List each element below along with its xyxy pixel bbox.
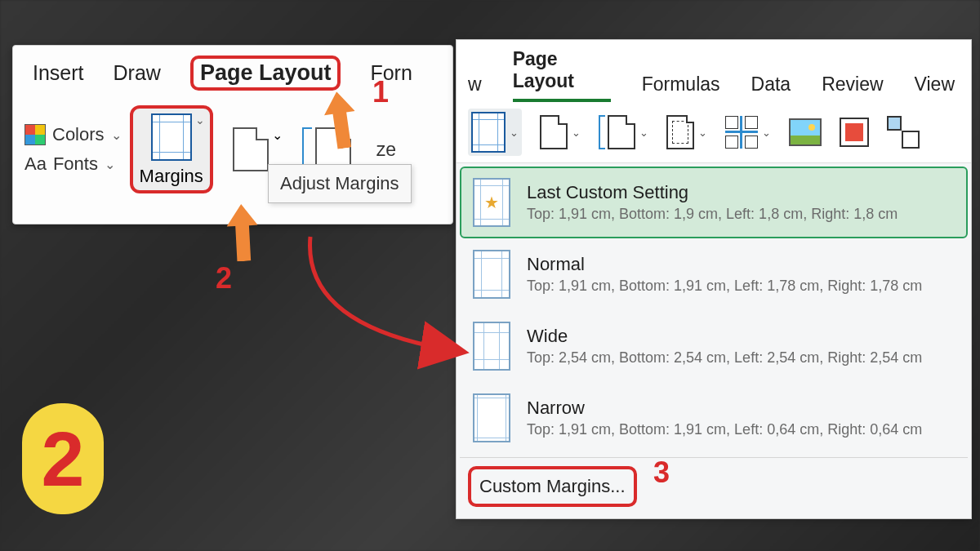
option-desc: Top: 2,54 cm, Bottom: 2,54 cm, Left: 2,5…	[527, 349, 922, 367]
chevron-down-icon: ⌄	[762, 127, 771, 139]
margins-dropdown-list: ★ Last Custom Setting Top: 1,91 cm, Bott…	[457, 163, 971, 518]
fonts-label: Fonts	[53, 153, 98, 175]
orientation-ribbon-button[interactable]: ⌄	[540, 115, 581, 149]
background-button[interactable]	[789, 118, 822, 146]
page-icon	[608, 115, 635, 149]
tab-page-layout-active[interactable]: Page Layout	[513, 48, 611, 102]
ribbon-tabs-right: w Page Layout Formulas Data Review View	[457, 40, 971, 102]
star-icon: ★	[484, 193, 499, 212]
tab-formulas[interactable]: Formulas	[642, 73, 720, 102]
annotation-number-1: 1	[372, 75, 389, 109]
option-desc: Top: 1,91 cm, Bottom: 1,9 cm, Left: 1,8 …	[527, 206, 898, 223]
margins-icon	[151, 113, 192, 161]
tab-insert[interactable]: Insert	[33, 61, 84, 85]
print-titles-button[interactable]	[840, 118, 869, 147]
chevron-down-icon: ⌄	[510, 127, 519, 139]
chevron-down-icon: ⌄	[272, 127, 283, 143]
tab-draw[interactable]: Draw	[114, 61, 161, 85]
margin-option-normal[interactable]: Normal Top: 1,91 cm, Bottom: 1,91 cm, Le…	[460, 238, 968, 310]
chevron-down-icon: ⌄	[105, 157, 115, 172]
fonts-button[interactable]: Aa Fonts ⌄	[24, 153, 122, 175]
chevron-down-icon: ⌄	[698, 127, 707, 139]
step-badge: 2	[22, 403, 104, 514]
margins-label: Margins	[140, 166, 203, 187]
orientation-icon[interactable]	[233, 127, 269, 171]
size-bracket-icon	[599, 115, 605, 149]
breaks-button[interactable]: ⌄	[725, 116, 771, 149]
chevron-down-icon: ⌄	[195, 113, 205, 127]
margins-dropdown-panel: w Page Layout Formulas Data Review View …	[456, 39, 972, 519]
selection-icon	[887, 116, 920, 149]
print-area-button[interactable]: ⌄	[666, 115, 707, 149]
selection-pane-button[interactable]	[887, 116, 920, 149]
annotation-number-3: 3	[653, 455, 670, 490]
breaks-icon	[725, 116, 758, 149]
adjust-margins-tooltip: Adjust Margins	[268, 164, 412, 203]
colors-label: Colors	[52, 124, 105, 145]
ribbon-left-snippet: Insert Draw Page Layout Forn Colors ⌄ Aa…	[12, 45, 453, 224]
option-desc: Top: 1,91 cm, Bottom: 1,91 cm, Left: 0,6…	[527, 421, 922, 438]
tab-page-layout[interactable]: Page Layout	[190, 56, 341, 91]
orientation-icon	[540, 115, 568, 149]
margins-ribbon-button[interactable]: ⌄	[468, 109, 522, 156]
fonts-icon: Aa	[24, 153, 47, 175]
size-ribbon-button[interactable]: ⌄	[599, 115, 648, 149]
colors-button[interactable]: Colors ⌄	[24, 124, 122, 145]
option-desc: Top: 1,91 cm, Bottom: 1,91 cm, Left: 1,7…	[527, 278, 922, 295]
margin-thumb-icon: ★	[473, 178, 510, 227]
margin-thumb-icon	[473, 393, 510, 442]
tab-review[interactable]: Review	[822, 73, 883, 102]
picture-icon	[789, 118, 822, 146]
margin-thumb-icon	[473, 250, 510, 299]
separator	[460, 457, 968, 458]
option-title: Narrow	[527, 398, 922, 419]
margin-thumb-icon	[473, 322, 510, 371]
custom-margins-button[interactable]: Custom Margins...	[468, 466, 637, 507]
size-label-partial: ze	[376, 139, 396, 161]
margins-icon	[471, 112, 506, 153]
option-title: Normal	[527, 254, 922, 275]
chevron-down-icon: ⌄	[572, 127, 581, 139]
print-titles-icon	[840, 118, 869, 147]
option-title: Last Custom Setting	[527, 182, 898, 203]
chevron-down-icon: ⌄	[111, 127, 122, 143]
chevron-down-icon: ⌄	[639, 127, 648, 139]
option-title: Wide	[527, 326, 922, 347]
ribbon-icons-right: ⌄ ⌄ ⌄ ⌄ ⌄	[457, 102, 971, 163]
print-area-icon	[666, 115, 694, 149]
margin-option-narrow[interactable]: Narrow Top: 1,91 cm, Bottom: 1,91 cm, Le…	[460, 382, 968, 454]
step-badge-number: 2	[42, 415, 85, 504]
tab-data[interactable]: Data	[751, 73, 791, 102]
tab-view[interactable]: View	[915, 73, 955, 102]
tab-prev-partial[interactable]: w	[468, 73, 482, 102]
margin-option-last-custom[interactable]: ★ Last Custom Setting Top: 1,91 cm, Bott…	[460, 167, 968, 238]
margins-button[interactable]: ⌄ Margins	[130, 105, 213, 193]
annotation-number-2: 2	[216, 261, 232, 295]
margin-option-wide[interactable]: Wide Top: 2,54 cm, Bottom: 2,54 cm, Left…	[460, 310, 968, 382]
colors-icon	[24, 124, 46, 145]
